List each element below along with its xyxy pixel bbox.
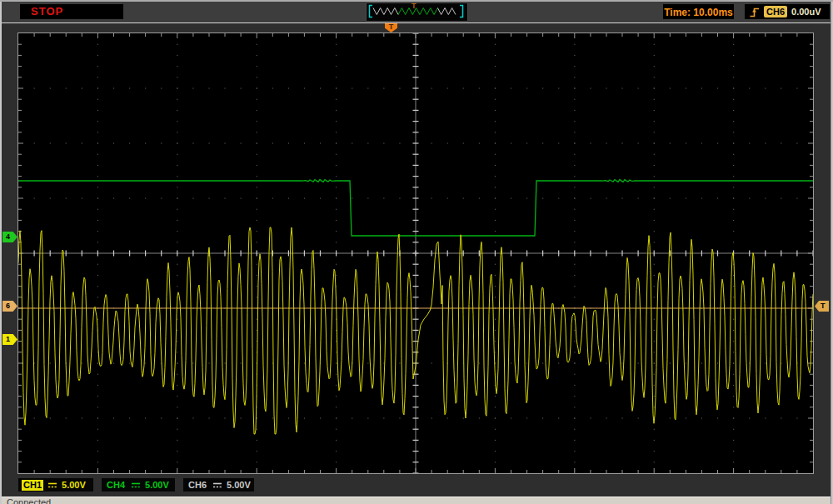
record-preview: T [366,2,468,22]
trigger-level-marker[interactable]: T [815,301,829,312]
rising-edge-icon [749,6,760,18]
waveform-canvas[interactable] [18,33,813,473]
connection-status: Connected [2,497,831,504]
app-window: STOP T Time: 10.00ms CH6 0.00uV T 4 6 1 … [0,0,833,504]
channel-scale: 5.00V [62,480,86,490]
dc-coupling-icon [47,482,57,489]
ch6-position-marker[interactable]: 6 [2,301,17,312]
channel-label-ch4[interactable]: CH4 5.00V [102,478,175,492]
run-stop-indicator[interactable]: STOP [20,4,123,19]
graticule[interactable] [17,32,814,474]
status-bar: Connected [2,497,831,504]
window-border-top [0,0,833,2]
trigger-level-value: 0.00uV [791,7,821,17]
trigger-indicator: CH6 0.00uV [745,4,830,19]
channel-scale: 5.00V [227,480,251,490]
trigger-source-badge[interactable]: CH6 [764,6,787,17]
toolbar: STOP T Time: 10.00ms CH6 0.00uV [2,2,831,23]
timebase-indicator: Time: 10.00ms [663,4,734,19]
channel-label-ch1[interactable]: CH1 5.00V [18,478,93,492]
dc-coupling-icon [131,482,141,489]
ch4-position-marker[interactable]: 4 [2,232,17,242]
trigger-position-marker[interactable]: T [385,23,397,32]
channel-scale: 5.00V [145,480,169,490]
dc-coupling-icon [212,482,222,489]
channel-label-ch6[interactable]: CH6 5.00V [183,478,254,492]
window-border-left [0,0,2,504]
scope-display: T 4 6 1 T CH1 5.00V CH4 5.00V CH6 [2,23,831,497]
run-stop-label: STOP [20,4,123,19]
ch1-position-marker[interactable]: 1 [2,334,17,345]
timebase-value: Time: 10.00ms [664,7,733,18]
preview-trigger-marker[interactable]: T [412,2,416,10]
channel-name: CH6 [187,480,208,491]
channel-name: CH4 [105,480,127,491]
channel-name: CH1 [22,480,43,491]
